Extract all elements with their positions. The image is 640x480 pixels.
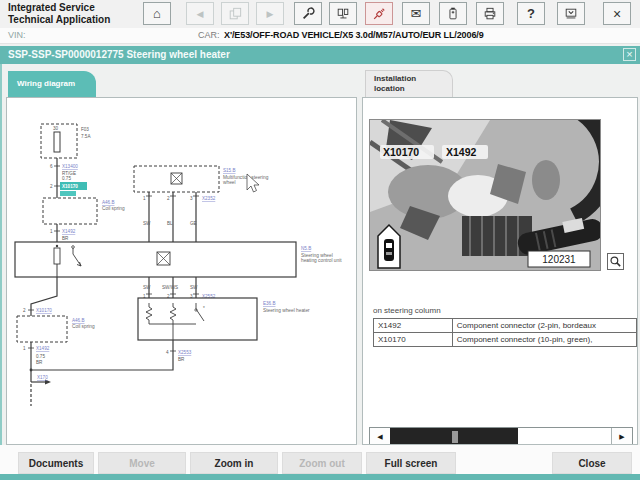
- service-functions-button[interactable]: [294, 2, 322, 25]
- document-title: SSP-SSP-SP0000012775 Steering wheel heat…: [8, 49, 230, 60]
- ista-window: Integrated Service Technical Application…: [0, 0, 640, 480]
- devices-icon: [336, 7, 350, 21]
- horizontal-scrollbar[interactable]: ◀ ▶: [369, 427, 633, 445]
- scroll-right-icon: ▶: [619, 433, 624, 441]
- table-row: X1492 Component connector (2-pin, bordea…: [374, 319, 637, 333]
- vehicle-bar: VIN: CAR: X'/E53/OFF-ROAD VEHICLE/X5 3.0…: [0, 28, 640, 44]
- svg-text:E36.B[interactable]: E36.B: [263, 301, 276, 306]
- scroll-left-button[interactable]: ◀: [370, 428, 391, 445]
- move-button[interactable]: Move: [98, 452, 186, 474]
- car-value: X'/E53/OFF-ROAD VEHICLE/X5 3.0d/M57/AUTO…: [224, 30, 484, 40]
- tab-installation-label-line1: Installation: [374, 74, 452, 84]
- svg-text:S15.B[interactable]: S15.B: [223, 168, 236, 173]
- svg-text:BR: BR: [36, 360, 43, 365]
- forward-button[interactable]: ▶: [256, 2, 284, 25]
- connector-table: X1492 Component connector (2-pin, bordea…: [373, 318, 637, 347]
- home-button[interactable]: ⌂: [143, 2, 171, 25]
- steering-wheel-heater-box: * E36.B Steering wheel heater: [138, 298, 310, 340]
- svg-text:SW: SW: [143, 285, 151, 290]
- svg-text:X10170[interactable]: X10170: [36, 308, 52, 313]
- svg-text:2: 2: [50, 184, 53, 189]
- exit-button[interactable]: ×: [603, 2, 631, 25]
- print-button[interactable]: [476, 2, 504, 25]
- table-caption: on steering column: [373, 306, 441, 315]
- svg-text:SW: SW: [190, 285, 198, 290]
- svg-text:A46.B[interactable]: A46.B: [102, 200, 115, 205]
- svg-text:1: 1: [23, 346, 26, 351]
- svg-text:7.5A: 7.5A: [81, 134, 91, 139]
- printer-icon: [483, 7, 497, 21]
- document-close-button[interactable]: ×: [623, 48, 636, 61]
- close-button[interactable]: Close: [552, 452, 632, 474]
- installation-location-panel: X10170 X1492 120231 on steering: [362, 97, 638, 445]
- svg-text:30: 30: [53, 126, 59, 131]
- zoom-out-button[interactable]: Zoom out: [282, 452, 362, 474]
- plug-alert-icon: [372, 7, 386, 21]
- photo-label-x10170: X10170: [383, 146, 419, 158]
- photo-zoom-button[interactable]: [607, 253, 624, 270]
- forward-arrow-icon: ▶: [267, 9, 274, 19]
- svg-text:heating control unit: heating control unit: [301, 258, 342, 263]
- installation-photo: X10170 X1492 120231: [369, 119, 601, 271]
- mail-icon: ✉: [411, 6, 422, 21]
- svg-text:SW/WS: SW/WS: [162, 285, 178, 290]
- installation-photo-art: X10170 X1492 120231: [370, 120, 600, 270]
- documents-button[interactable]: Documents: [18, 452, 94, 474]
- photo-label-x1492: X1492: [446, 146, 477, 158]
- battery-status-button[interactable]: [439, 2, 467, 25]
- back-arrow-icon: ◀: [197, 9, 204, 19]
- close-icon: ×: [613, 6, 621, 22]
- monitor-hide-icon: [564, 7, 578, 21]
- svg-text:BR: BR: [178, 357, 185, 362]
- vin-label: VIN:: [8, 30, 26, 40]
- svg-text:0.75: 0.75: [36, 354, 45, 359]
- search-highlight[interactable]: X10170: [60, 182, 87, 196]
- svg-text:A46.B[interactable]: A46.B: [72, 318, 85, 323]
- scrollbar-thumb[interactable]: [390, 428, 518, 445]
- magnifier-icon: [609, 255, 622, 268]
- svg-text:*: *: [203, 306, 205, 311]
- bottom-teal-strip: [0, 474, 640, 480]
- vehicle-connection-button[interactable]: [365, 2, 393, 25]
- svg-text:X2352[interactable]: X2352: [202, 196, 216, 201]
- tab-installation-location[interactable]: Installation location: [365, 70, 453, 97]
- app-title-line1: Integrated Service: [8, 2, 110, 14]
- full-screen-button[interactable]: Full screen: [366, 452, 456, 474]
- scroll-left-icon: ◀: [377, 433, 382, 441]
- svg-text:X1492[interactable]: X1492: [62, 229, 76, 234]
- table-row: X10170 Component connector (10-pin, gree…: [374, 333, 637, 347]
- svg-text:GE: GE: [190, 221, 197, 226]
- svg-text:BL: BL: [167, 221, 173, 226]
- svg-text:Coil spring: Coil spring: [102, 206, 125, 211]
- connection-manager-button[interactable]: [329, 2, 357, 25]
- svg-text:X1492[interactable]: X1492: [36, 346, 50, 351]
- connector-link[interactable]: X13400: [62, 164, 78, 169]
- app-title: Integrated Service Technical Application: [8, 2, 110, 26]
- svg-text:Steering wheel: Steering wheel: [301, 253, 333, 258]
- scrollbar-grip: [452, 431, 458, 443]
- svg-text:SW: SW: [143, 221, 151, 226]
- messages-button[interactable]: ✉: [402, 2, 430, 25]
- scroll-right-button[interactable]: ▶: [611, 428, 632, 445]
- help-button[interactable]: ?: [517, 2, 545, 25]
- svg-text:X10170: X10170: [62, 184, 78, 189]
- back-button[interactable]: ◀: [186, 2, 214, 25]
- svg-text:X2553[interactable]: X2553: [178, 350, 192, 355]
- svg-text:X170[interactable]: X170: [37, 375, 48, 380]
- car-label: CAR:: [198, 30, 220, 40]
- left-edge-strip: [0, 64, 2, 480]
- tab-wiring-diagram-label: Wiring diagram: [17, 79, 75, 88]
- copy-document-button[interactable]: [221, 2, 249, 25]
- wiring-diagram-panel[interactable]: 30 F03 7.5A 6 X13400 RT/GE 0.75 X10170 2…: [6, 97, 357, 445]
- wrench-icon: [301, 7, 315, 21]
- tab-wiring-diagram[interactable]: Wiring diagram: [8, 71, 96, 97]
- control-unit-box: N5.B Steering wheel heating control unit: [15, 242, 342, 277]
- svg-text:1: 1: [50, 229, 53, 234]
- minimize-ui-button[interactable]: [557, 2, 585, 25]
- zoom-in-button[interactable]: Zoom in: [190, 452, 278, 474]
- diagram-wires: [31, 158, 196, 406]
- connector-desc-cell: Component connector (10-pin, green),: [452, 333, 636, 347]
- help-icon: ?: [527, 6, 535, 21]
- svg-text:N5.B[interactable]: N5.B: [301, 246, 311, 251]
- frame-number-box: 120231: [528, 251, 590, 267]
